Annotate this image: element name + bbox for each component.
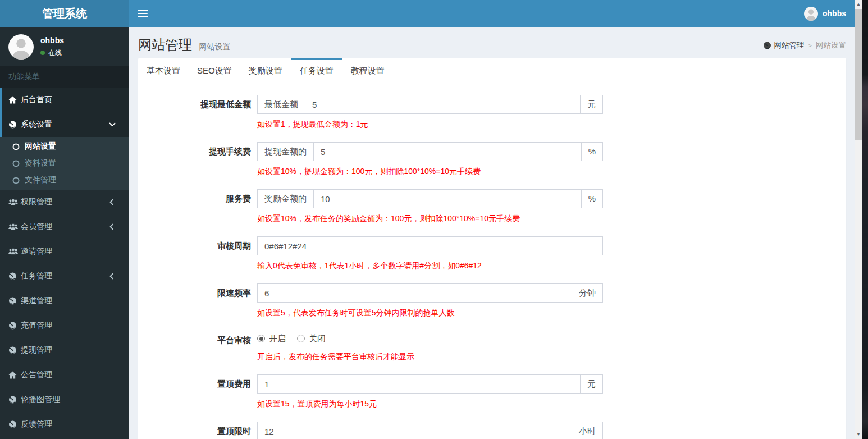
field-input-group: 分钟 (257, 283, 603, 303)
scrollbar-down-arrow-icon[interactable]: ▼ (855, 430, 862, 439)
submenu-item-label: 网站设置 (25, 141, 56, 152)
scrollbar-up-arrow-icon[interactable]: ▲ (855, 0, 862, 9)
sidebar-item-渠道管理[interactable]: 渠道管理 (0, 289, 129, 313)
sidebar-username: ohbbs (40, 36, 64, 45)
sidebar-item-label: 邀请管理 (21, 246, 129, 257)
tab-SEO设置[interactable]: SEO设置 (189, 58, 240, 84)
tab-任务设置[interactable]: 任务设置 (291, 58, 342, 84)
field-label: 提现最低金额 (138, 95, 251, 130)
input-suffix-addon: 小时 (572, 422, 603, 439)
field-hint: 如设置10%，发布任务的奖励金额为：100元，则扣除100*10%=10元手续费 (257, 213, 603, 224)
vertical-scrollbar[interactable]: ▲ ▼ (855, 0, 862, 439)
sidebar-item-label: 充值管理 (21, 321, 129, 331)
tab-基本设置[interactable]: 基本设置 (138, 58, 189, 84)
task-settings-form: 提现最低金额 最低金额元 如设置1，提现最低金额为：1元 提现手续费 提现金额的… (138, 84, 846, 439)
sidebar-item-label: 提现管理 (21, 345, 129, 355)
field-input-group (257, 236, 603, 255)
sidebar-item-提现管理[interactable]: 提现管理 (0, 338, 129, 363)
input-suffix-addon: 元 (581, 95, 603, 114)
avatar (8, 34, 34, 60)
radio-开启-checked[interactable] (257, 335, 265, 342)
radio-label[interactable]: 开启 (269, 333, 286, 344)
page-title: 网站管理 (138, 36, 192, 54)
page-subtitle: 网站设置 (199, 42, 230, 51)
input-prefix-addon: 最低金额 (257, 95, 305, 114)
gauge-icon (8, 396, 21, 404)
field-input-提现手续费[interactable] (313, 142, 582, 161)
sidebar-item-label: 渠道管理 (21, 296, 129, 306)
online-status-icon (40, 51, 45, 55)
breadcrumb-current: 网站设置 (816, 40, 846, 51)
form-field-限速频率: 限速频率 分钟 如设置5，代表发布任务时可设置5分钟内限制的抢单人数 (138, 283, 846, 318)
field-label: 置顶费用 (138, 374, 251, 409)
gauge-icon (8, 121, 21, 129)
field-input-group: 元 (257, 374, 603, 394)
sidebar-item-反馈管理[interactable]: 反馈管理 (0, 412, 129, 437)
sidebar-item-充值管理[interactable]: 充值管理 (0, 313, 129, 338)
field-input-服务费[interactable] (313, 189, 582, 208)
sidebar: ohbbs 在线 功能菜单 后台首页系统设置网站设置资料设置文件管理权限管理会员… (0, 27, 129, 439)
input-suffix-addon: 分钟 (572, 283, 603, 303)
input-suffix-addon: % (582, 189, 603, 208)
submenu-item-文件管理[interactable]: 文件管理 (0, 172, 129, 189)
sidebar-item-轮播图管理[interactable]: 轮播图管理 (0, 387, 129, 412)
sidebar-item-邀请管理[interactable]: 邀请管理 (0, 239, 129, 264)
gauge-icon (763, 42, 771, 49)
breadcrumb-separator: > (808, 42, 812, 49)
settings-box: 基本设置SEO设置奖励设置任务设置教程设置 提现最低金额 最低金额元 如设置1，… (138, 58, 846, 439)
sidebar-item-label: 反馈管理 (21, 419, 129, 429)
sidebar-item-后台首页[interactable]: 后台首页 (0, 88, 129, 112)
radio-关闭[interactable] (297, 335, 305, 342)
field-label: 平台审核 (138, 331, 251, 362)
field-label: 提现手续费 (138, 142, 251, 177)
field-input-限速频率[interactable] (257, 283, 572, 303)
circle-o-icon (12, 160, 20, 167)
home-icon (8, 371, 21, 379)
sidebar-toggle-button[interactable] (129, 0, 156, 27)
tab-奖励设置[interactable]: 奖励设置 (240, 58, 291, 84)
field-label: 置顶限时 (138, 422, 251, 439)
sidebar-item-系统设置[interactable]: 系统设置 (0, 112, 129, 137)
circle-o-icon (12, 143, 20, 150)
sidebar-item-label: 公告管理 (21, 370, 129, 380)
sidebar-item-公告管理[interactable]: 公告管理 (0, 363, 129, 387)
field-hint: 如设置1，提现最低金额为：1元 (257, 118, 603, 130)
input-suffix-addon: % (582, 142, 603, 161)
field-input-置顶费用[interactable] (257, 374, 581, 394)
sidebar-menu: 后台首页系统设置网站设置资料设置文件管理权限管理会员管理邀请管理任务管理渠道管理… (0, 88, 129, 437)
gauge-icon (8, 322, 21, 330)
field-input-提现最低金额[interactable] (305, 95, 581, 114)
field-hint: 如设置5，代表发布任务时可设置5分钟内限制的抢单人数 (257, 307, 603, 318)
tab-教程设置[interactable]: 教程设置 (342, 58, 393, 84)
sidebar-section-label: 功能菜单 (0, 66, 129, 88)
topbar-user-menu[interactable]: ohbbs (804, 0, 846, 27)
sidebar-user-panel: ohbbs 在线 (0, 27, 129, 66)
input-prefix-addon: 奖励金额的 (257, 189, 313, 208)
radio-label[interactable]: 关闭 (309, 333, 326, 344)
scrollbar-thumb[interactable] (855, 9, 862, 140)
gauge-icon (8, 420, 21, 428)
sidebar-item-label: 轮播图管理 (21, 395, 129, 405)
user-avatar-icon (804, 7, 818, 21)
breadcrumb-root[interactable]: 网站管理 (763, 40, 805, 51)
users-icon (8, 248, 21, 255)
field-hint: 如设置15，置顶费用为每小时15元 (257, 398, 603, 409)
sidebar-item-权限管理[interactable]: 权限管理 (0, 190, 129, 214)
submenu-item-资料设置[interactable]: 资料设置 (0, 155, 129, 172)
field-hint: 开启后，发布的任务需要平台审核后才能显示 (257, 351, 603, 362)
sidebar-item-任务管理[interactable]: 任务管理 (0, 264, 129, 289)
users-icon (8, 223, 21, 231)
submenu-item-网站设置[interactable]: 网站设置 (0, 138, 129, 155)
brand-title: 管理系统 (0, 0, 129, 27)
chevron-left-icon (109, 273, 121, 280)
chevron-left-icon (109, 223, 121, 230)
topbar: 管理系统 ohbbs (0, 0, 855, 27)
hamburger-icon (138, 10, 148, 19)
field-input-审核周期[interactable] (257, 236, 603, 255)
form-field-提现手续费: 提现手续费 提现金额的% 如设置10%，提现金额为：100元，则扣除100*10… (138, 142, 846, 177)
form-field-置顶费用: 置顶费用 元 如设置15，置顶费用为每小时15元 (138, 374, 846, 409)
sidebar-item-会员管理[interactable]: 会员管理 (0, 214, 129, 239)
field-input-置顶限时[interactable] (257, 422, 572, 439)
input-prefix-addon: 提现金额的 (257, 142, 313, 161)
content-header: 网站管理 网站设置 网站管理>网站设置 (129, 27, 855, 58)
